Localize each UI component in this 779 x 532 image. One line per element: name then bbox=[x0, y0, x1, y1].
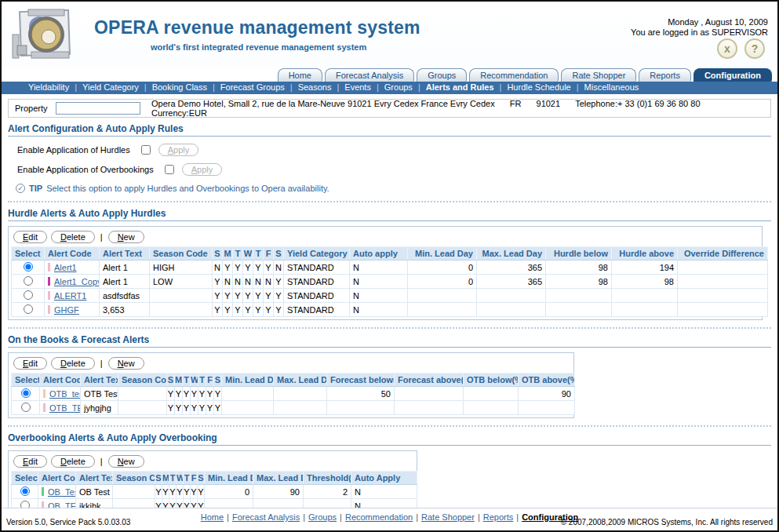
cell bbox=[408, 289, 477, 303]
apply-hurdles-button[interactable]: Apply bbox=[158, 144, 199, 156]
enable-overbookings-checkbox[interactable] bbox=[165, 165, 174, 174]
table-row: OTB_testOTB TestYYYYYYY5090 bbox=[12, 387, 575, 401]
select-radio[interactable] bbox=[21, 388, 31, 398]
cell bbox=[327, 401, 395, 415]
alert-color-bar bbox=[48, 305, 50, 314]
property-bar: Property Opera Demo Hotel, Small 2, rue … bbox=[8, 99, 771, 118]
col-header-f: F bbox=[191, 472, 198, 485]
tip-text: Select this option to apply Hurdles and … bbox=[46, 184, 329, 193]
tab-reports[interactable]: Reports bbox=[639, 68, 691, 82]
cell: Y bbox=[243, 261, 253, 275]
tip-label: TIP bbox=[29, 184, 42, 193]
subnav-events[interactable]: Events bbox=[344, 82, 371, 92]
tab-configuration[interactable]: Configuration bbox=[693, 68, 772, 82]
app-header: OPERA revenue management system world's … bbox=[2, 2, 777, 67]
subnav-yield-category[interactable]: Yield Category bbox=[82, 82, 139, 92]
footer-link-forecast-analysis[interactable]: Forecast Analysis bbox=[232, 512, 300, 522]
col-header-min-lead-day: Min. Lead Day bbox=[222, 373, 274, 387]
subnav-booking-class[interactable]: Booking Class bbox=[152, 82, 207, 92]
select-radio[interactable] bbox=[24, 290, 33, 300]
table-row: Alert1_CopyAlert 1LOWYNNNNNYSTANDARDN036… bbox=[12, 275, 768, 289]
select-radio[interactable] bbox=[24, 304, 33, 314]
apply-overbookings-button[interactable]: Apply bbox=[182, 163, 223, 176]
subnav-yieldability[interactable]: Yieldability bbox=[28, 82, 69, 92]
cell: Y bbox=[223, 289, 233, 303]
cell: 98 bbox=[546, 275, 612, 289]
cell: Y bbox=[213, 303, 223, 317]
col-header-yield-category: Yield Category bbox=[284, 247, 350, 261]
subnav-hurdle-schedule[interactable]: Hurdle Schedule bbox=[507, 82, 570, 92]
col-header-s: S bbox=[214, 373, 222, 387]
select-radio[interactable] bbox=[20, 486, 30, 496]
tab-rate-shopper[interactable]: Rate Shopper bbox=[561, 68, 636, 82]
alert-code-link[interactable]: GHGF bbox=[54, 305, 79, 315]
edit-button[interactable]: Edit bbox=[13, 357, 47, 370]
footer-link-groups[interactable]: Groups bbox=[308, 512, 337, 522]
close-icon[interactable]: x bbox=[717, 38, 737, 59]
alert-code-link[interactable]: Alert1 bbox=[54, 263, 77, 272]
select-radio[interactable] bbox=[24, 262, 33, 271]
new-button[interactable]: New bbox=[108, 231, 144, 243]
cell: N bbox=[243, 275, 253, 289]
property-address: Opera Demo Hotel, Small 2, rue de la Mar… bbox=[151, 99, 495, 108]
enable-hurdles-checkbox[interactable] bbox=[141, 145, 151, 155]
tab-groups[interactable]: Groups bbox=[417, 68, 467, 82]
alert-code-link[interactable]: ALERT1 bbox=[54, 291, 86, 301]
cell: Y bbox=[198, 485, 205, 499]
select-radio[interactable] bbox=[21, 403, 31, 412]
tab-home[interactable]: Home bbox=[278, 68, 322, 82]
cell: 194 bbox=[612, 261, 678, 275]
col-header-alert-text: Alert Text bbox=[76, 472, 113, 485]
cell bbox=[395, 401, 464, 415]
cell: Y bbox=[214, 401, 222, 415]
cell: Y bbox=[155, 485, 162, 499]
footer: Version 5.0, Service Pack 5.0.03.03 Home… bbox=[2, 508, 777, 530]
cell: Y bbox=[223, 261, 233, 275]
alert-code-link[interactable]: OB_Test bbox=[48, 487, 76, 497]
tab-forecast-analysis[interactable]: Forecast Analysis bbox=[325, 68, 414, 82]
delete-button[interactable]: Delete bbox=[51, 231, 95, 243]
separator: | bbox=[516, 512, 519, 522]
subnav-miscellaneous[interactable]: Miscellaneous bbox=[584, 82, 639, 92]
alert-code-link[interactable]: OTB_TEST bbox=[49, 403, 81, 413]
select-cell bbox=[12, 289, 45, 303]
new-button[interactable]: New bbox=[108, 455, 144, 468]
footer-link-recommendation[interactable]: Recommendation bbox=[345, 512, 413, 522]
table-row: OB_TestOB TestYYYYYYY0902N bbox=[12, 485, 417, 499]
section-heading-overbooking-alerts: Overbooking Alerts & Auto Apply Overbook… bbox=[8, 432, 771, 446]
col-header-alert-text: Alert Text bbox=[100, 247, 150, 261]
col-header-m: M bbox=[162, 472, 169, 485]
footer-link-reports[interactable]: Reports bbox=[483, 512, 514, 522]
cell: Alert 1 bbox=[100, 261, 150, 275]
otb-alerts-table: SelectAlert CodeAlert TextSeason CodeSMT… bbox=[11, 373, 575, 415]
subnav-alerts-and-rules[interactable]: Alerts and Rules bbox=[426, 82, 494, 92]
cell: 2 bbox=[304, 485, 351, 499]
delete-button[interactable]: Delete bbox=[51, 357, 95, 370]
edit-button[interactable]: Edit bbox=[13, 455, 47, 468]
help-icon[interactable]: ? bbox=[744, 38, 765, 59]
cell: STANDARD bbox=[284, 261, 350, 275]
subnav-groups[interactable]: Groups bbox=[384, 82, 413, 92]
cell: 365 bbox=[477, 261, 546, 275]
cell: Y bbox=[184, 485, 191, 499]
edit-button[interactable]: Edit bbox=[13, 231, 47, 243]
select-radio[interactable] bbox=[24, 276, 33, 286]
subnav-forecast-groups[interactable]: Forecast Groups bbox=[220, 82, 285, 92]
delete-button[interactable]: Delete bbox=[51, 455, 95, 468]
cell: Y bbox=[264, 289, 274, 303]
cell bbox=[118, 401, 167, 415]
footer-link-home[interactable]: Home bbox=[201, 512, 224, 522]
footer-link-rate-shopper[interactable]: Rate Shopper bbox=[421, 512, 475, 522]
alert-code-link[interactable]: Alert1_Copy bbox=[54, 277, 100, 286]
cell: 50 bbox=[327, 387, 395, 401]
alert-code-link[interactable]: OTB_test bbox=[49, 389, 81, 399]
cell bbox=[113, 485, 155, 499]
subnav-seasons[interactable]: Seasons bbox=[298, 82, 332, 92]
separator: | bbox=[416, 512, 418, 522]
property-input[interactable] bbox=[56, 102, 140, 115]
window-buttons: x ? bbox=[717, 38, 765, 59]
new-button[interactable]: New bbox=[108, 357, 144, 370]
property-zip: 91021 bbox=[537, 99, 561, 108]
logged-in-as: You are logged in as SUPERVISOR bbox=[631, 27, 768, 38]
tab-recommendation[interactable]: Recommendation bbox=[469, 68, 559, 82]
